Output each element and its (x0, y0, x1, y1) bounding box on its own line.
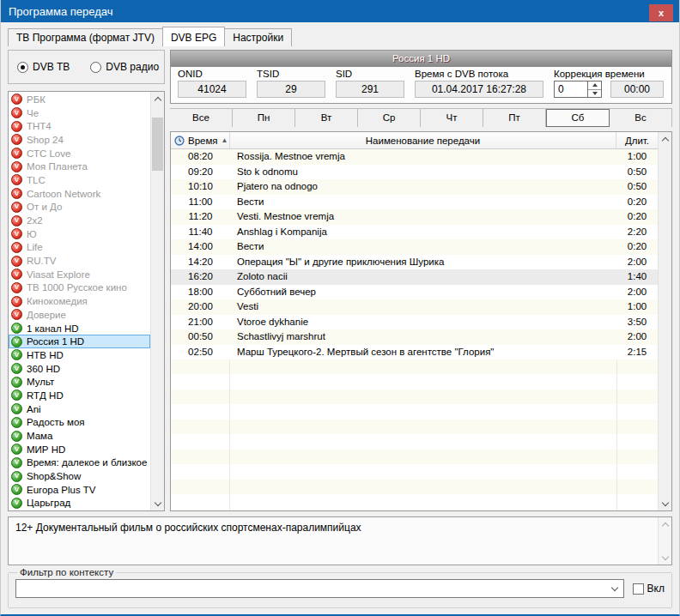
scrollbar-thumb[interactable] (152, 118, 163, 171)
channel-list-item[interactable]: VОт и До (9, 201, 150, 214)
epg-row[interactable]: 16:20Zoloto nacii1:40 (171, 269, 658, 285)
channel-name: РБК (27, 94, 46, 105)
scroll-up-icon[interactable] (151, 92, 164, 106)
day-tab-2[interactable]: Вт (295, 109, 358, 127)
scroll-down-icon[interactable] (151, 497, 164, 510)
tab-settings[interactable]: Настройки (224, 28, 292, 46)
channel-list-item[interactable]: VМоя Планета (9, 160, 150, 173)
epg-row[interactable]: 00:50Schastlivyj marshrut2:00 (171, 329, 658, 345)
channel-list-item[interactable]: VShop&Show (9, 469, 150, 483)
epg-row[interactable]: 08:20Rossija. Mestnoe vremja1:00 (171, 149, 658, 165)
chevron-down-icon[interactable] (610, 583, 617, 590)
channel-list-item[interactable]: VМИР HD (9, 443, 150, 456)
epg-row[interactable]: 02:50Марш Турецкого-2. Мертвый сезон в а… (171, 345, 658, 360)
context-filter-combobox[interactable] (15, 579, 624, 598)
scrollbar-track[interactable] (151, 106, 164, 497)
radio-dvb-radio[interactable]: DVB радио (90, 61, 159, 73)
channel-list-item[interactable]: VКинокомедия (9, 294, 150, 308)
channel-list-item[interactable]: VТНТ4 (9, 119, 150, 133)
program-duration: 2:00 (616, 255, 658, 270)
scroll-up-icon[interactable] (659, 517, 671, 531)
scroll-down-icon[interactable] (659, 551, 671, 565)
channel-list-item[interactable]: VRTД HD (9, 389, 150, 402)
correction-spinner-value[interactable]: 0 (555, 82, 587, 97)
program-time: 18:00 (171, 285, 230, 300)
spinner-up-icon[interactable] (588, 82, 601, 90)
epg-row[interactable]: 11:20Vesti. Mestnoe vremja0:20 (171, 209, 658, 225)
tab-jtv[interactable]: ТВ Программа (формат JTV) (8, 28, 163, 46)
program-time: 08:20 (171, 149, 230, 165)
channel-list-item[interactable]: VTLC (9, 173, 150, 187)
spinner-down-icon[interactable] (588, 90, 601, 98)
channel-list-item[interactable]: VLife (9, 241, 150, 255)
scroll-up-icon[interactable] (659, 132, 671, 146)
channel-list-item[interactable]: VЦарьград (9, 497, 150, 510)
filter-enable-option[interactable]: Вкл (633, 583, 665, 595)
channel-list-item[interactable]: VRU.TV (9, 254, 150, 268)
program-time: 02:50 (171, 345, 230, 360)
description-scrollbar[interactable] (658, 517, 671, 565)
column-header-duration[interactable]: Длит. (616, 132, 658, 148)
channel-list-scrollbar[interactable] (150, 92, 164, 510)
day-tab-4[interactable]: Чт (421, 109, 483, 127)
channel-list-item[interactable]: VРБК (9, 93, 150, 106)
epg-row[interactable]: 14:20Операция "Ы" и другие приключения Ш… (171, 255, 658, 270)
radio-dvb-tv[interactable]: DVB ТВ (17, 61, 70, 73)
channel-list-item[interactable]: VМульт (9, 375, 150, 389)
titlebar[interactable]: Программа передач x (1, 0, 679, 22)
channel-list-item[interactable]: V1 канал HD (9, 322, 150, 335)
channel-list-item[interactable]: VAni (9, 402, 150, 416)
column-header-name[interactable]: Наименование передачи (230, 132, 616, 148)
channel-list-item[interactable]: VРадость моя (9, 416, 150, 430)
epg-row[interactable]: 10:10Pjatero na odnogo0:50 (171, 179, 658, 195)
program-time: 16:20 (171, 269, 230, 285)
epg-row[interactable]: 14:00Вести0:20 (171, 239, 658, 255)
scroll-down-icon[interactable] (659, 497, 671, 510)
close-button[interactable]: x (649, 4, 673, 21)
day-tab-1[interactable]: Пн (233, 109, 295, 127)
column-header-time[interactable]: Время ▲ (171, 132, 230, 148)
day-tab-5[interactable]: Пт (483, 109, 546, 127)
channel-list-item[interactable]: VViasat Explore (9, 268, 150, 281)
epg-row[interactable]: 18:00Субботний вечер2:00 (171, 285, 658, 300)
sid-label: SID (336, 69, 404, 79)
channel-list-item[interactable]: VЮ (9, 227, 150, 241)
channel-list-item[interactable]: V360 HD (9, 362, 150, 376)
channel-list-item[interactable]: VСТС Love (9, 147, 150, 160)
tab-dvb-epg[interactable]: DVB EPG (162, 27, 225, 46)
scrollbar-track[interactable] (659, 531, 671, 551)
epg-row[interactable]: 11:00Вести0:20 (171, 195, 658, 210)
program-duration: 3:50 (616, 315, 658, 330)
channel-status-icon: V (11, 484, 22, 495)
channel-list-item[interactable]: VEuropa Plus TV (9, 483, 150, 497)
day-tab-0[interactable]: Все (170, 109, 233, 127)
channel-name: TLC (27, 175, 46, 185)
program-time: 09:20 (171, 165, 230, 180)
epg-row[interactable]: 20:00Vesti1:00 (171, 299, 658, 315)
scrollbar-track[interactable] (659, 146, 671, 497)
day-tab-3[interactable]: Ср (358, 109, 421, 127)
channel-list-item[interactable]: VМама (9, 429, 150, 443)
channel-name: RTД HD (27, 390, 64, 401)
epg-scrollbar[interactable] (658, 132, 671, 510)
radio-dvb-radio-label: DVB радио (106, 61, 159, 73)
channel-list-item[interactable]: VShop 24 (9, 133, 150, 147)
channel-list-item[interactable]: VРоссия 1 HD (9, 335, 150, 348)
day-tab-6[interactable]: Сб (546, 109, 610, 127)
channel-list-item[interactable]: VCartoon Network (9, 187, 150, 201)
epg-row[interactable]: 21:00Vtoroe dykhanie3:50 (171, 315, 658, 330)
channel-name: Ani (27, 404, 41, 414)
channel-list-item[interactable]: V2x2 (9, 214, 150, 227)
epg-table: Время ▲ Наименование передачи Длит. (170, 131, 672, 511)
channel-list-item[interactable]: VТВ 1000 Русское кино (9, 281, 150, 295)
checkbox-unchecked-icon[interactable] (633, 583, 644, 595)
epg-row[interactable]: 11:40Anshlag i Kompanija2:20 (171, 225, 658, 240)
channel-list-item[interactable]: VНТВ HD (9, 348, 150, 362)
correction-spinner[interactable]: 0 (554, 81, 602, 98)
channel-status-icon: V (11, 161, 22, 172)
channel-list-item[interactable]: VЧе (9, 106, 150, 120)
epg-row[interactable]: 09:20Sto k odnomu0:50 (171, 165, 658, 180)
channel-list-item[interactable]: VВремя: далекое и близкое (9, 456, 150, 470)
day-tab-7[interactable]: Вс (610, 109, 672, 127)
channel-list-item[interactable]: VДоверие (9, 308, 150, 322)
